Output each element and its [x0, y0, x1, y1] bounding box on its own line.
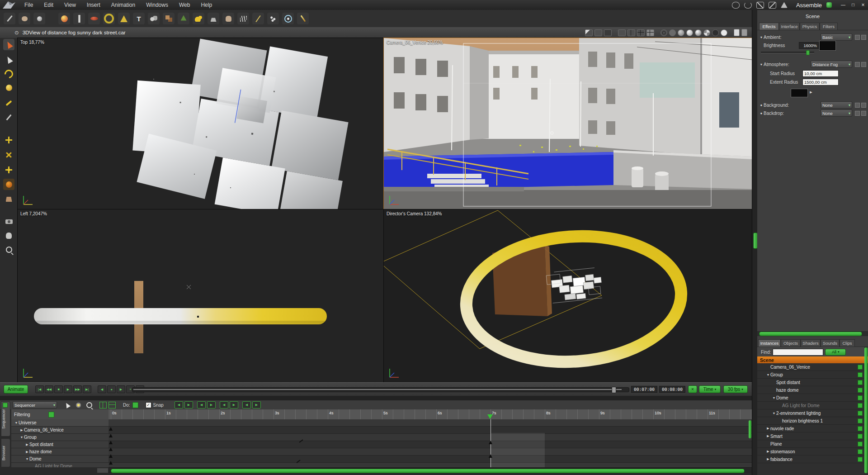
extent-radius-field[interactable]: 1500,00 cm	[802, 79, 839, 86]
hand-primitive-icon[interactable]	[222, 13, 234, 24]
dark-sphere-icon[interactable]	[712, 29, 719, 36]
room-mode-label[interactable]: Assemble	[796, 2, 822, 9]
close-button[interactable]: ×	[859, 2, 867, 8]
visibility-toggle[interactable]	[858, 449, 863, 454]
select-tool-icon[interactable]	[3, 39, 14, 50]
brightness-value[interactable]: 1600%	[799, 42, 819, 49]
grid-b-icon[interactable]	[108, 402, 116, 408]
column-primitive-icon[interactable]	[73, 13, 85, 24]
particles-tool-icon[interactable]	[267, 13, 279, 24]
wrench-tool-icon[interactable]	[3, 97, 14, 109]
menu-web[interactable]: Web	[174, 0, 195, 10]
tree-primitive-icon[interactable]	[178, 13, 189, 24]
menu-file[interactable]: File	[19, 0, 38, 10]
viewport-director-camera[interactable]: Director's Camera 132,84%	[384, 209, 752, 382]
next-key-d-button[interactable]: ▶	[252, 401, 261, 408]
menu-insert[interactable]: Insert	[81, 0, 106, 10]
move-x-tool-icon[interactable]	[3, 134, 14, 146]
track-row[interactable]: ▶Spot distant	[11, 441, 108, 448]
menu-windows[interactable]: Windows	[141, 0, 174, 10]
tab-instances[interactable]: Instances	[758, 339, 781, 347]
background-lock-icon[interactable]	[855, 103, 860, 108]
orbit-tool-icon[interactable]	[282, 13, 294, 24]
background-bullet-icon[interactable]: ●	[759, 103, 764, 107]
visibility-toggle[interactable]	[858, 403, 863, 408]
tab-sounds[interactable]: Sounds	[821, 339, 840, 347]
visibility-toggle[interactable]	[858, 395, 863, 400]
tab-effects[interactable]: Effects	[759, 23, 779, 30]
lines-mode-icon[interactable]	[669, 29, 676, 36]
prev-key-d-button[interactable]: ◀	[242, 401, 251, 408]
tree-item[interactable]: Spot distant	[757, 379, 868, 386]
menu-animation[interactable]: Animation	[106, 0, 141, 10]
start-radius-field[interactable]: 10,00 cm	[802, 70, 839, 77]
backdrop-menu-icon[interactable]	[861, 111, 866, 116]
track-row[interactable]: ▶Camera_06_Venice	[11, 427, 108, 434]
menu-view[interactable]: View	[59, 0, 81, 10]
wand-tool-icon[interactable]	[297, 13, 309, 24]
go-end-button[interactable]: ▶|	[83, 385, 91, 393]
scrub-slider[interactable]	[132, 387, 629, 392]
visibility-toggle[interactable]	[858, 411, 863, 416]
brightness-slider-handle[interactable]	[806, 50, 810, 55]
do-toggle[interactable]	[132, 402, 138, 408]
menu-edit[interactable]: Edit	[38, 0, 59, 10]
prev-key-a-button[interactable]: ◀	[175, 401, 183, 408]
current-time-display[interactable]: 00:07:00	[631, 386, 657, 393]
visibility-toggle[interactable]	[858, 442, 863, 446]
fps-dropdown[interactable]: 30 fps▾	[723, 385, 748, 393]
edit-tool-icon[interactable]	[4, 13, 15, 24]
go-start-button[interactable]: |◀	[35, 385, 44, 393]
prev-key-b-button[interactable]: ◀	[197, 401, 206, 408]
visibility-toggle[interactable]	[858, 388, 863, 393]
tree-item[interactable]: ▼Group	[757, 371, 868, 379]
visibility-toggle[interactable]	[858, 426, 863, 431]
viewport-left[interactable]: Left 7,2047%	[18, 209, 384, 382]
next-frame-button[interactable]: ▶▶	[73, 385, 82, 393]
light-toggle-icon[interactable]	[76, 403, 81, 408]
tree-item[interactable]: Camera_06_Venice	[757, 363, 868, 371]
whip-tool-icon[interactable]	[252, 13, 264, 24]
timeline-hscrollbar-thumb[interactable]	[111, 469, 745, 473]
camera-tool-icon[interactable]	[3, 216, 14, 227]
tree-item[interactable]: horizon brightness 1	[757, 417, 868, 425]
viewport-top[interactable]: Top 18,77%	[18, 38, 384, 209]
add-keyframe-button[interactable]: ●	[107, 385, 116, 393]
fog-color-expander-icon[interactable]: ▶	[809, 90, 813, 94]
timeline-hscrollbar-track[interactable]	[108, 467, 752, 473]
next-key-b-button[interactable]: ▶	[207, 401, 216, 408]
track-row[interactable]: ▶haze dome	[11, 448, 108, 456]
cone-primitive-icon[interactable]	[118, 13, 130, 24]
scrub-slider-handle[interactable]	[612, 387, 616, 393]
tree-item[interactable]: AG Light for Dome	[757, 402, 868, 409]
play-button[interactable]: ▶	[64, 385, 72, 393]
claw-tool-icon[interactable]	[237, 13, 249, 24]
tree-item[interactable]: haze dome	[757, 386, 868, 394]
visibility-toggle[interactable]	[858, 434, 863, 439]
viewport-menu-icon[interactable]: ⊙	[14, 29, 19, 36]
walk-camera-icon[interactable]	[594, 29, 602, 36]
zoom-region-icon[interactable]	[86, 402, 92, 408]
track-lanes[interactable]	[108, 419, 752, 467]
flat-shade-icon[interactable]	[678, 29, 684, 36]
background-menu-icon[interactable]	[861, 103, 866, 108]
stop-button[interactable]: ■	[54, 385, 63, 393]
layout-single-icon[interactable]	[618, 29, 626, 36]
next-key-a-button[interactable]: ▶	[184, 401, 193, 408]
brightness-slider[interactable]	[761, 52, 814, 53]
track-row[interactable]: ▼Dome	[11, 456, 108, 463]
visibility-toggle[interactable]	[858, 365, 863, 370]
timeline-vscrollbar-thumb[interactable]	[749, 420, 751, 438]
atmosphere-expander-icon[interactable]: ▼	[759, 63, 764, 66]
atmosphere-menu-icon[interactable]	[861, 62, 866, 67]
page-b-icon[interactable]	[741, 29, 747, 36]
pan-tool-icon[interactable]	[3, 230, 14, 241]
track-row[interactable]: ▼Universe	[11, 419, 108, 427]
tree-item[interactable]: ▶stonemason	[757, 448, 868, 456]
grid-a-icon[interactable]	[99, 402, 107, 408]
timeline-ruler[interactable]: 0s 1s 2s 3s 4s 5s 6s 7s 8s 9s 10s 11s	[108, 409, 752, 420]
ambient-expander-icon[interactable]: ▼	[759, 36, 764, 39]
viewport-camera-venice[interactable]: Camera_06_Venice 20,66%	[384, 38, 752, 209]
sequencer-mode-dropdown[interactable]: Sequencer▾	[13, 401, 57, 408]
maximize-button[interactable]: □	[849, 2, 857, 8]
